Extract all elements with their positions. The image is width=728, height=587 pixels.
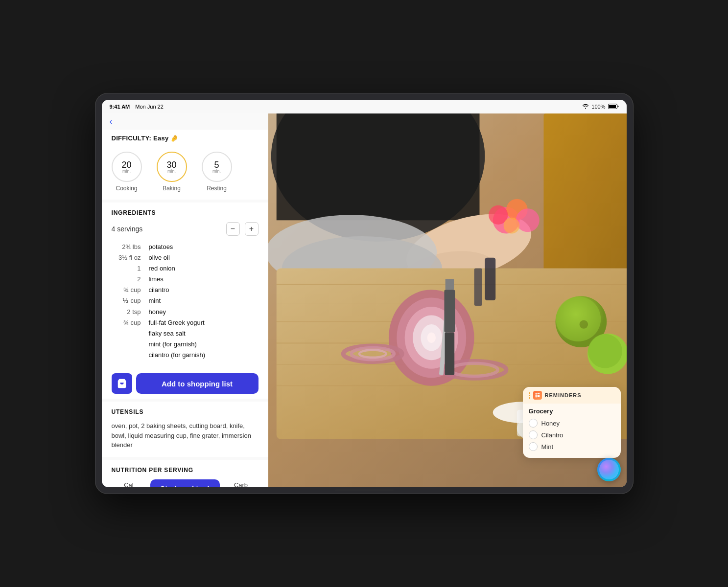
shopping-cart-icon [117,378,127,389]
timer-resting-label: Resting [207,185,227,192]
ingredient-name: mint (for garnish) [149,339,197,350]
timer-resting-number: 5 [214,160,219,169]
battery-text: 100% [591,104,605,110]
timers-section: 20 min. Cooking 30 min. Baking [102,146,268,200]
svg-point-42 [516,208,539,232]
list-item: flaky sea salt [112,328,258,339]
ingredient-name: limes [149,274,164,285]
ingredient-name: cilantro [149,285,169,295]
back-button[interactable]: ‹ [110,117,113,126]
timer-resting-circle: 5 min. [202,152,232,182]
status-right: 100% [582,104,618,110]
svg-rect-53 [537,395,540,396]
ingredients-section: INGREDIENTS 4 servings − + 2¾ lbs potato… [102,203,268,367]
utensils-title: UTENSILS [112,408,258,415]
timer-cooking-unit: min. [122,169,131,174]
reminder-checkbox[interactable] [529,430,538,439]
svg-rect-32 [444,290,455,332]
timer-cooking-number: 20 [121,160,131,169]
reminders-header: REMINDERS [523,387,621,404]
timer-cooking: 20 min. Cooking [112,152,142,192]
ingredient-name: flaky sea salt [149,328,186,339]
list-item: ¾ cup full-fat Greek yogurt [112,317,258,328]
svg-rect-6 [276,113,479,220]
servings-row: 4 servings − + [112,222,258,236]
servings-plus-btn[interactable]: + [245,222,258,236]
servings-minus-btn[interactable]: − [226,222,240,236]
nutrition-cal: Cal 484 [112,481,146,487]
shopping-icon-button[interactable] [112,373,132,394]
svg-rect-52 [537,393,540,394]
svg-rect-33 [445,332,454,375]
reminders-card: REMINDERS Grocery Honey Cilantro [523,387,621,458]
reminder-text: Mint [541,443,554,451]
ingredient-amount: 2 tsp [112,307,141,317]
list-item: 1 red onion [112,263,258,274]
nutrition-row: Cal 484 Start cooking! Carb 45 g [112,479,258,487]
list-item: Cilantro [529,430,615,439]
reminders-drag-dots [529,392,530,399]
back-chevron-icon: ‹ [110,117,113,126]
ingredient-amount: ¾ cup [112,285,141,295]
svg-point-43 [503,218,519,234]
svg-point-24 [427,332,435,343]
svg-point-50 [535,395,537,396]
svg-point-38 [588,334,622,368]
utensils-section: UTENSILS oven, pot, 2 baking sheets, cut… [102,402,268,457]
reminders-app-icon [533,391,542,400]
start-cooking-button[interactable]: Start cooking! [150,479,220,487]
ingredient-name: full-fat Greek yogurt [149,317,205,328]
ingredient-name: honey [149,307,166,317]
list-item: ⅓ cup mint [112,295,258,306]
list-item: 2 tsp honey [112,307,258,317]
reminder-checkbox[interactable] [529,442,538,451]
ingredient-amount: 2 [112,274,141,285]
siri-orb [599,460,619,479]
timer-baking: 30 min. Baking [157,152,187,192]
difficulty-label: DIFFICULTY: [112,135,152,142]
list-item: 2 limes [112,274,258,285]
siri-button[interactable] [597,458,621,481]
timer-baking-label: Baking [163,185,181,192]
timer-resting: 5 min. Resting [202,152,232,192]
ingredient-name: cilantro (for garnish) [149,350,206,361]
list-item: 3½ fl oz olive oil [112,252,258,263]
cal-label: Cal [112,481,146,487]
servings-label: 4 servings [112,225,143,233]
list-item: Mint [529,442,615,451]
list-item: mint (for garnish) [112,339,258,350]
list-item: Honey [529,419,615,428]
nutrition-carb: Carb 45 g [224,481,258,487]
reminder-checkbox[interactable] [529,419,538,428]
status-time: 9:41 AM [110,104,130,110]
svg-point-35 [556,296,601,341]
ingredients-list: 2¾ lbs potatoes 3½ fl oz olive oil 1 red… [112,242,258,361]
left-panel: ‹ DIFFICULTY: Easy 🤌 20 min. Cookin [102,113,268,487]
svg-rect-45 [474,269,482,306]
svg-rect-54 [537,396,540,397]
ingredient-name: olive oil [149,252,170,263]
ingredient-amount [112,328,141,339]
shopping-section: Add to shopping list [102,367,268,399]
ingredient-name: red onion [149,263,175,274]
svg-point-36 [579,320,587,328]
ipad-frame: 9:41 AM Mon Jun 22 100% [95,93,634,494]
list-item: ¾ cup cilantro [112,285,258,295]
timer-cooking-circle: 20 min. [112,152,142,182]
reminders-app-title: REMINDERS [545,392,582,398]
ingredient-amount [112,339,141,350]
reminder-text: Honey [541,420,560,427]
difficulty-value: Easy 🤌 [153,135,179,142]
ingredient-amount: ¾ cup [112,317,141,328]
svg-rect-1 [609,105,616,108]
svg-point-51 [535,396,537,398]
reminders-body: Grocery Honey Cilantro Mint [523,404,621,458]
reminders-category: Grocery [529,407,615,415]
timer-baking-number: 30 [166,160,176,169]
main-content: ‹ DIFFICULTY: Easy 🤌 20 min. Cookin [102,113,627,487]
add-to-shopping-list-button[interactable]: Add to shopping list [136,373,258,394]
timer-baking-unit: min. [167,169,176,174]
wifi-icon [582,104,589,110]
status-date: Mon Jun 22 [135,104,163,110]
list-item: 2¾ lbs potatoes [112,242,258,252]
